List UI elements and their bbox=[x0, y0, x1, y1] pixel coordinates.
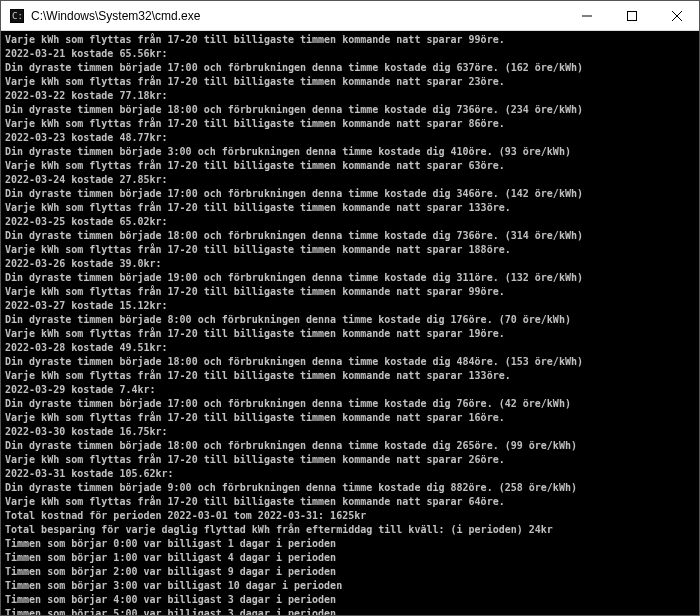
terminal-line: Timmen som börjar 2:00 var billigast 9 d… bbox=[5, 565, 695, 579]
terminal-line: Varje kWh som flyttas från 17-20 till bi… bbox=[5, 201, 695, 215]
titlebar[interactable]: C: C:\Windows\System32\cmd.exe bbox=[1, 1, 699, 31]
terminal-line: Varje kWh som flyttas från 17-20 till bi… bbox=[5, 327, 695, 341]
terminal-line: Din dyraste timmen började 17:00 och för… bbox=[5, 397, 695, 411]
window-title: C:\Windows\System32\cmd.exe bbox=[31, 9, 564, 23]
svg-text:C:: C: bbox=[12, 11, 23, 21]
terminal-line: Varje kWh som flyttas från 17-20 till bi… bbox=[5, 453, 695, 467]
terminal-line: Varje kWh som flyttas från 17-20 till bi… bbox=[5, 495, 695, 509]
terminal-line: 2022-03-25 kostade 65.02kr: bbox=[5, 215, 695, 229]
terminal-line: Varje kWh som flyttas från 17-20 till bi… bbox=[5, 75, 695, 89]
terminal-line: 2022-03-26 kostade 39.0kr: bbox=[5, 257, 695, 271]
terminal-line: Timmen som börjar 1:00 var billigast 4 d… bbox=[5, 551, 695, 565]
terminal-line: 2022-03-22 kostade 77.18kr: bbox=[5, 89, 695, 103]
terminal-line: Timmen som börjar 3:00 var billigast 10 … bbox=[5, 579, 695, 593]
terminal-line: Timmen som börjar 5:00 var billigast 3 d… bbox=[5, 607, 695, 615]
terminal-line: Din dyraste timmen började 3:00 och förb… bbox=[5, 145, 695, 159]
terminal-line: 2022-03-21 kostade 65.56kr: bbox=[5, 47, 695, 61]
terminal-line: Timmen som börjar 4:00 var billigast 3 d… bbox=[5, 593, 695, 607]
svg-rect-4 bbox=[627, 11, 636, 20]
terminal-line: Din dyraste timmen började 18:00 och för… bbox=[5, 439, 695, 453]
terminal-line: Varje kWh som flyttas från 17-20 till bi… bbox=[5, 243, 695, 257]
terminal-line: Din dyraste timmen började 8:00 och förb… bbox=[5, 313, 695, 327]
terminal-line: 2022-03-30 kostade 16.75kr: bbox=[5, 425, 695, 439]
terminal-line: Varje kWh som flyttas från 17-20 till bi… bbox=[5, 285, 695, 299]
maximize-button[interactable] bbox=[609, 1, 654, 30]
cmd-icon: C: bbox=[9, 8, 25, 24]
terminal-line: Din dyraste timmen började 19:00 och för… bbox=[5, 271, 695, 285]
terminal-line: 2022-03-28 kostade 49.51kr: bbox=[5, 341, 695, 355]
terminal-line: Din dyraste timmen började 18:00 och för… bbox=[5, 103, 695, 117]
window-buttons bbox=[564, 1, 699, 30]
terminal-line: Varje kWh som flyttas från 17-20 till bi… bbox=[5, 369, 695, 383]
terminal-line: Varje kWh som flyttas från 17-20 till bi… bbox=[5, 159, 695, 173]
terminal-line: Timmen som börjar 0:00 var billigast 1 d… bbox=[5, 537, 695, 551]
terminal-line: Varje kWh som flyttas från 17-20 till bi… bbox=[5, 33, 695, 47]
terminal-line: 2022-03-27 kostade 15.12kr: bbox=[5, 299, 695, 313]
terminal-line: Total kostnad för perioden 2022-03-01 to… bbox=[5, 509, 695, 523]
terminal-line: Varje kWh som flyttas från 17-20 till bi… bbox=[5, 411, 695, 425]
terminal-output[interactable]: Varje kWh som flyttas från 17-20 till bi… bbox=[1, 31, 699, 615]
close-button[interactable] bbox=[654, 1, 699, 30]
terminal-line: Din dyraste timmen började 18:00 och för… bbox=[5, 229, 695, 243]
terminal-line: 2022-03-31 kostade 105.62kr: bbox=[5, 467, 695, 481]
minimize-button[interactable] bbox=[564, 1, 609, 30]
terminal-line: 2022-03-29 kostade 7.4kr: bbox=[5, 383, 695, 397]
terminal-line: 2022-03-23 kostade 48.77kr: bbox=[5, 131, 695, 145]
terminal-line: Total besparing för varje daglig flyttad… bbox=[5, 523, 695, 537]
cmd-window: C: C:\Windows\System32\cmd.exe Varje kWh… bbox=[0, 0, 700, 616]
terminal-line: Din dyraste timmen började 17:00 och för… bbox=[5, 61, 695, 75]
terminal-line: Din dyraste timmen började 9:00 och förb… bbox=[5, 481, 695, 495]
terminal-line: 2022-03-24 kostade 27.85kr: bbox=[5, 173, 695, 187]
terminal-line: Din dyraste timmen började 17:00 och för… bbox=[5, 187, 695, 201]
terminal-line: Din dyraste timmen började 18:00 och för… bbox=[5, 355, 695, 369]
terminal-line: Varje kWh som flyttas från 17-20 till bi… bbox=[5, 117, 695, 131]
